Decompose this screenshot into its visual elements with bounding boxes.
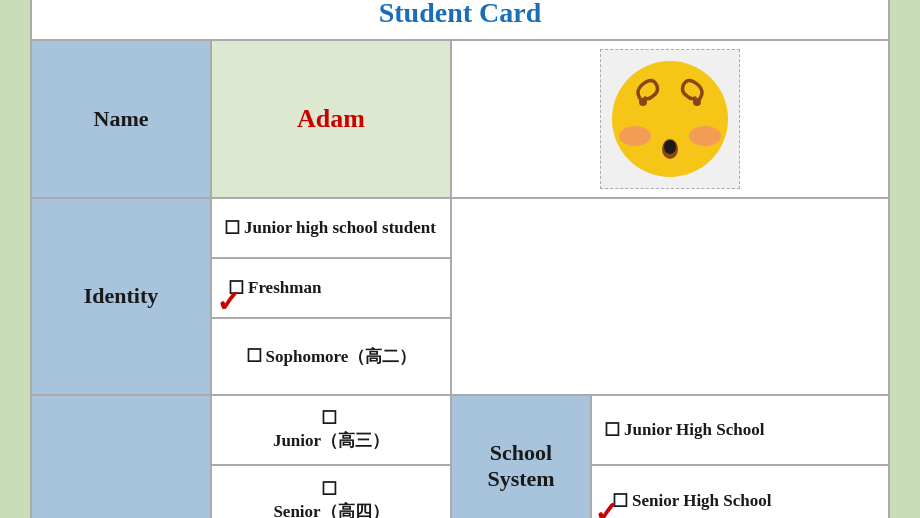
checkmark-freshman: ✓ bbox=[216, 284, 241, 319]
identity-upper-row: Identity ☐ Junior high school student ✓ … bbox=[32, 199, 888, 396]
identity-label: Identity bbox=[32, 199, 212, 394]
school-type-options: ☐ Junior High School ✓ ☐ Senior High Sch… bbox=[592, 396, 888, 519]
school-system-label: School System bbox=[452, 396, 592, 519]
name-value: Adam bbox=[212, 41, 452, 197]
identity-label-bottom bbox=[32, 396, 212, 519]
identity-photo-spacer bbox=[452, 199, 888, 394]
option-junior-high-school[interactable]: ☐ Junior High School bbox=[592, 396, 888, 466]
svg-point-2 bbox=[689, 126, 721, 146]
name-row: Name Adam bbox=[32, 41, 888, 199]
identity-options: ☐ Junior high school student ✓ ☐ Freshma… bbox=[212, 199, 452, 394]
svg-point-4 bbox=[693, 98, 701, 106]
svg-point-0 bbox=[612, 61, 728, 177]
checkbox-sophomore: ☐ bbox=[246, 345, 262, 367]
checkbox-senior: ☐ bbox=[321, 478, 337, 500]
checkbox-junior: ☐ bbox=[321, 407, 337, 429]
option-senior[interactable]: ☐ Senior（高四） bbox=[212, 466, 450, 519]
svg-point-1 bbox=[619, 126, 651, 146]
option-junior-label: Junior（高三） bbox=[273, 429, 389, 452]
option-sophomore-label: Sophomore（高二） bbox=[266, 345, 417, 368]
option-sophomore[interactable]: ☐ Sophomore（高二） bbox=[212, 319, 450, 394]
option-senior-high-school[interactable]: ✓ ☐ Senior High School bbox=[592, 466, 888, 519]
checkmark-senior-high: ✓ bbox=[594, 495, 619, 519]
svg-point-6 bbox=[664, 140, 676, 154]
svg-point-3 bbox=[639, 98, 647, 106]
option-senior-label: Senior（高四） bbox=[273, 500, 388, 518]
option-freshman[interactable]: ✓ ☐ Freshman bbox=[212, 259, 450, 319]
photo-cell bbox=[452, 41, 888, 197]
bottom-grade-options: ☐ Junior（高三） ☐ Senior（高四） bbox=[212, 396, 452, 519]
option-junior-high-label: Junior high school student bbox=[244, 218, 436, 238]
option-freshman-label: Freshman bbox=[248, 278, 321, 298]
option-junior[interactable]: ☐ Junior（高三） bbox=[212, 396, 450, 466]
card-title: Student Card bbox=[32, 0, 888, 41]
name-label: Name bbox=[32, 41, 212, 197]
checkbox-junior-high: ☐ bbox=[224, 217, 240, 239]
option-senior-high-school-label: Senior High School bbox=[632, 491, 772, 511]
option-junior-high-school-label: Junior High School bbox=[624, 420, 764, 440]
student-photo bbox=[600, 49, 740, 189]
bottom-row: ☐ Junior（高三） ☐ Senior（高四） School System … bbox=[32, 396, 888, 519]
student-card: Student Card Name Adam bbox=[30, 0, 890, 518]
option-junior-high[interactable]: ☐ Junior high school student bbox=[212, 199, 450, 259]
checkbox-junior-high-school: ☐ bbox=[604, 419, 620, 441]
